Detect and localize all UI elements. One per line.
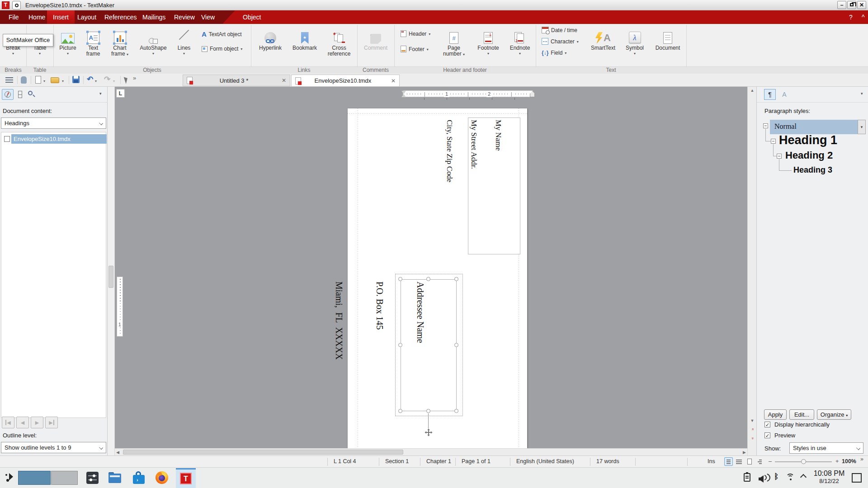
style-item-heading1[interactable]: Heading 1 <box>779 133 837 147</box>
insert-mode-indicator[interactable]: Ins <box>708 458 715 465</box>
resize-handle-n[interactable] <box>426 277 430 281</box>
form-object-button[interactable]: Form object ▾ <box>202 46 242 52</box>
settings-app-icon[interactable] <box>86 472 99 484</box>
style-item-heading2[interactable]: Heading 2 <box>785 150 833 161</box>
preview-checkbox[interactable]: ✓ <box>764 432 770 438</box>
addressee-address[interactable]: Addressee Name P.O. Box 145 Miami, FL XX… <box>305 282 454 408</box>
menu-mailings[interactable]: Mailings <box>137 10 171 24</box>
cursor-position[interactable]: L 1 Col 4 <box>334 458 356 465</box>
scroll-left-button[interactable]: ◀ <box>116 450 119 455</box>
date-time-button[interactable]: Date / time <box>542 27 577 33</box>
list-item[interactable]: EnvelopeSize10.tmdx <box>1 134 107 144</box>
volume-tray-icon[interactable] <box>759 474 769 482</box>
zoom-out-button[interactable]: – <box>769 458 772 465</box>
view-normal-button[interactable] <box>724 457 733 466</box>
pages-view-tab[interactable] <box>18 91 22 98</box>
select-pointer-icon[interactable] <box>124 76 129 84</box>
scrollbar-thumb[interactable] <box>123 450 403 455</box>
apply-button[interactable]: Apply <box>764 409 787 420</box>
document-area[interactable]: L | 1 | 2 | My Name My Street Addr. <box>115 87 747 455</box>
collapse-ribbon-button[interactable]: ^ <box>858 10 868 24</box>
menu-insert[interactable]: Insert <box>47 10 75 24</box>
tree-collapse-heading1[interactable] <box>771 139 776 144</box>
document-page[interactable]: My Name My Street Addr. City, State Zip … <box>348 108 527 448</box>
indent-marker-right[interactable] <box>530 91 535 97</box>
view-page-button[interactable] <box>745 457 754 466</box>
previous-page-button[interactable]: » <box>750 427 755 432</box>
horizontal-scrollbar[interactable]: ◀ ▶ <box>115 448 747 455</box>
edit-button[interactable]: Edit... <box>789 409 814 420</box>
next-page-button[interactable]: » <box>750 436 755 441</box>
character-button[interactable]: … Character ▾ <box>542 38 579 45</box>
sidebar-scrollbar[interactable] <box>108 87 115 455</box>
scroll-up-button[interactable]: ▲ <box>748 88 757 93</box>
undo-icon[interactable]: ↶ <box>87 75 93 84</box>
tray-expand-chevron-icon[interactable] <box>800 474 807 480</box>
hyperlink-button[interactable]: Hyperlink <box>253 26 288 66</box>
addressee-text-frame[interactable]: Addressee Name P.O. Box 145 Miami, FL XX… <box>401 279 457 411</box>
resize-handle-w[interactable] <box>398 343 402 347</box>
lines-button[interactable]: Lines ▾ <box>173 26 195 66</box>
language-indicator[interactable]: English (United States) <box>516 458 574 465</box>
open-file-dropdown-icon[interactable]: ▾ <box>62 79 64 83</box>
endnote-button[interactable]: 1 Endnote ▾ <box>505 26 534 66</box>
clipboard-tray-icon[interactable] <box>744 473 750 482</box>
view-outline-button[interactable] <box>755 457 764 466</box>
section-indicator[interactable]: Section 1 <box>385 458 409 465</box>
menu-object[interactable]: Object <box>237 10 267 24</box>
zoom-in-button[interactable]: + <box>835 458 839 465</box>
tree-collapse-heading2[interactable] <box>777 154 782 159</box>
document-button[interactable]: Document <box>653 26 683 66</box>
resize-handle-sw[interactable] <box>398 409 402 413</box>
resize-handle-nw[interactable] <box>398 277 402 281</box>
bluetooth-tray-icon[interactable]: ᛒ <box>774 472 778 481</box>
paragraph-styles-tab[interactable]: ¶ <box>764 89 776 100</box>
close-button[interactable]: ✕ <box>857 1 866 9</box>
new-document-dropdown-icon[interactable]: ▾ <box>43 79 45 83</box>
zoom-slider-thumb[interactable] <box>801 459 806 464</box>
page-indicator[interactable]: Page 1 of 1 <box>462 458 491 465</box>
sender-address[interactable]: My Name My Street Addr. City, State Zip … <box>429 120 519 251</box>
menu-view[interactable]: View <box>195 10 221 24</box>
tab-stop-selector[interactable]: L <box>116 89 125 98</box>
toolbar-overflow-icon[interactable]: » <box>133 75 136 81</box>
footnote-button[interactable]: 1 Footnote ▾ <box>474 26 503 66</box>
picture-button[interactable]: Picture ▾ <box>56 26 80 66</box>
show-desktop-button[interactable] <box>852 473 862 483</box>
style-dropdown-button[interactable]: ▾ <box>858 120 866 134</box>
item-checkbox[interactable] <box>4 136 10 142</box>
discover-store-icon[interactable]: › <box>133 471 145 484</box>
clock[interactable]: 10:08 PM 8/12/22 <box>811 469 847 484</box>
indent-marker-left-bottom[interactable] <box>401 94 406 97</box>
header-button[interactable]: Header ▾ <box>401 30 430 37</box>
smarttext-button[interactable]: A SmartText <box>588 26 618 66</box>
vertical-scrollbar[interactable]: ▲ ▼ » » <box>747 87 756 455</box>
bookmark-button[interactable]: ★ Bookmark <box>289 26 320 66</box>
autoshape-button[interactable]: AutoShape ▾ <box>137 26 169 66</box>
sidebar-toggle-icon[interactable] <box>5 77 13 83</box>
outline-level-select[interactable]: Show outline levels 1 to 9 <box>1 442 106 453</box>
zoom-level[interactable]: 100% <box>842 458 856 465</box>
restore-button[interactable] <box>847 1 856 9</box>
tree-collapse-normal[interactable] <box>763 123 768 128</box>
style-item-normal[interactable]: Normal <box>770 120 858 134</box>
scroll-down-button[interactable]: ▼ <box>748 418 757 423</box>
navigation-compass-tab[interactable] <box>2 89 14 100</box>
cross-reference-button[interactable]: * Cross reference <box>322 26 356 66</box>
character-styles-tab[interactable]: A <box>778 89 790 100</box>
undo-dropdown-icon[interactable]: ▾ <box>95 79 97 83</box>
text-frame-button[interactable]: A Text frame <box>81 26 105 66</box>
tab-close-icon[interactable]: ✕ <box>282 77 286 84</box>
wifi-tray-icon[interactable] <box>785 473 796 481</box>
chart-frame-button[interactable]: Chart frame ▾ <box>107 26 133 66</box>
menu-references[interactable]: References <box>99 10 143 24</box>
sender-text-frame[interactable]: My Name My Street Addr. City, State Zip … <box>468 117 520 254</box>
textart-object-button[interactable]: A TextArt object <box>202 30 242 38</box>
firefox-icon[interactable] <box>156 471 168 484</box>
scroll-right-button[interactable]: ▶ <box>743 450 746 455</box>
document-tab-envelope[interactable]: EnvelopeSize10.tmdx ✕ <box>291 75 400 87</box>
word-count[interactable]: 17 words <box>596 458 619 465</box>
resize-handle-e[interactable] <box>454 343 458 347</box>
horizontal-ruler[interactable]: | 1 | 2 | <box>403 90 533 97</box>
display-hierarchically-checkbox[interactable]: ✓ <box>764 422 770 427</box>
